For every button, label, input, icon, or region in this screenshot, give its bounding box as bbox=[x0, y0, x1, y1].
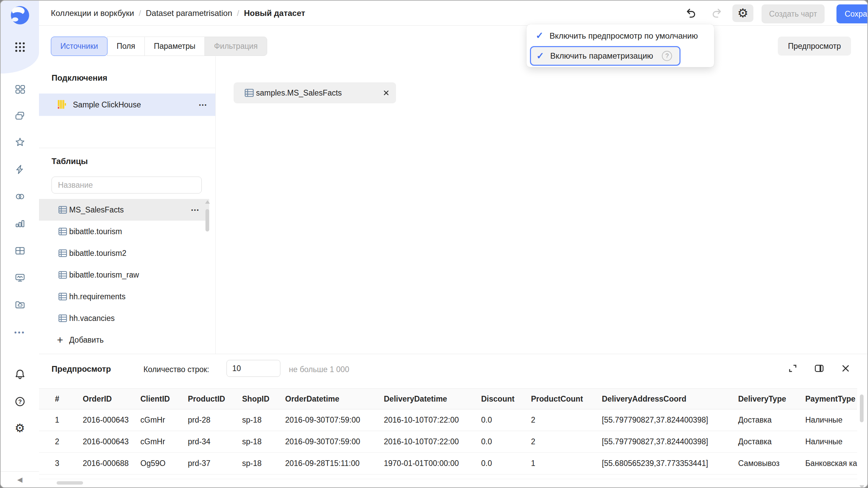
preview-horizontal-scrollbar[interactable] bbox=[39, 479, 857, 487]
tables-title: Таблицы bbox=[52, 157, 88, 166]
create-chart-button[interactable]: Создать чарт bbox=[762, 4, 825, 23]
cell: 3 bbox=[55, 453, 59, 474]
column-header: OrderID bbox=[83, 389, 112, 409]
breadcrumb-collections[interactable]: Коллекции и воркбуки bbox=[51, 8, 134, 18]
table-row: 2 2016-000643 cGmHr prd-34 sp-18 2016-09… bbox=[39, 431, 857, 453]
cell: 2016-000643 bbox=[83, 431, 129, 452]
clickhouse-icon bbox=[56, 99, 67, 110]
cell: [55.797790827,37.824400398] bbox=[602, 431, 708, 452]
cell: Наличные bbox=[805, 409, 843, 431]
cell: sp-18 bbox=[242, 453, 262, 474]
menu-item-label: Включить параметризацию bbox=[550, 51, 653, 61]
svg-text:?: ? bbox=[18, 399, 21, 405]
storage-folder-icon[interactable] bbox=[1, 299, 39, 311]
remove-source-button[interactable] bbox=[382, 88, 391, 97]
check-icon: ✓ bbox=[536, 52, 544, 61]
preview-vertical-scrollbar[interactable] bbox=[859, 389, 865, 488]
menu-item-parametrisation[interactable]: ✓ Включить параметризацию ? bbox=[530, 46, 680, 66]
breadcrumb-workbook[interactable]: Dataset parametrisation bbox=[146, 8, 232, 18]
table-row[interactable]: bibattle.tourism_raw bbox=[39, 264, 209, 286]
tab-fields[interactable]: Поля bbox=[107, 37, 145, 56]
close-preview-button[interactable] bbox=[839, 362, 852, 375]
table-row: 1 2016-000643 cGmHr prd-28 sp-18 2016-09… bbox=[39, 409, 857, 431]
dataset-settings-gear-button[interactable]: ⚙ bbox=[732, 4, 753, 22]
tables-list: MS_SalesFacts ••• bibattle.tourism bibat… bbox=[39, 199, 215, 351]
connections-lightning-icon[interactable] bbox=[1, 163, 39, 176]
more-ellipsis-icon[interactable]: ••• bbox=[1, 327, 39, 338]
cell: Банковская карта bbox=[805, 453, 857, 474]
row-count-input[interactable] bbox=[226, 360, 280, 377]
table-row[interactable]: bibattle.tourism2 bbox=[39, 242, 209, 264]
collapse-rail-button[interactable]: ◀ bbox=[1, 471, 39, 487]
add-table-button[interactable]: + Добавить bbox=[39, 329, 209, 351]
undo-button[interactable] bbox=[683, 4, 700, 22]
collections-icon[interactable] bbox=[1, 110, 39, 122]
preview-panel-title: Предпросмотр bbox=[52, 364, 111, 374]
datalens-logo-icon[interactable] bbox=[1, 5, 39, 26]
cell: cGmHr bbox=[140, 431, 165, 452]
source-chip-label: samples.MS_SalesFacts bbox=[256, 82, 342, 103]
menu-item-label: Включить предпросмотр по умолчанию bbox=[550, 31, 698, 41]
table-name: hh.vacancies bbox=[69, 314, 115, 323]
cell: 2016-09-28T15:11:00 bbox=[285, 453, 360, 474]
help-icon[interactable]: ? bbox=[1, 395, 39, 408]
gear-icon: ⚙ bbox=[737, 7, 748, 19]
preview-panel-actions bbox=[786, 360, 852, 377]
notifications-bell-icon[interactable] bbox=[1, 368, 39, 381]
table-icon bbox=[244, 87, 255, 98]
redo-button[interactable] bbox=[708, 4, 725, 22]
tab-sources[interactable]: Источники bbox=[51, 37, 107, 56]
table-row[interactable]: hh.requirements bbox=[39, 286, 209, 307]
column-header: DeliveryAddressCoord bbox=[602, 389, 686, 409]
favorites-star-icon[interactable] bbox=[1, 136, 39, 148]
charts-icon[interactable] bbox=[1, 218, 39, 230]
table-more-button[interactable]: ••• bbox=[191, 207, 200, 213]
services-grid-icon[interactable] bbox=[1, 83, 39, 95]
expand-preview-button[interactable] bbox=[786, 362, 800, 375]
apps-grid-icon[interactable] bbox=[1, 40, 39, 54]
tables-icon[interactable] bbox=[1, 245, 39, 257]
scroll-up-arrow-icon[interactable] bbox=[205, 200, 210, 204]
tab-parameters[interactable]: Параметры bbox=[144, 37, 205, 56]
table-search-input[interactable] bbox=[52, 177, 202, 194]
scroll-down-arrow-icon[interactable] bbox=[860, 485, 864, 488]
scrollbar-thumb[interactable] bbox=[205, 209, 209, 231]
column-header: ProductID bbox=[188, 389, 225, 409]
connection-more-button[interactable]: ••• bbox=[199, 102, 208, 108]
dock-right-preview-button[interactable] bbox=[812, 362, 826, 375]
table-row[interactable]: hh.vacancies bbox=[39, 307, 209, 329]
add-table-label: Добавить bbox=[69, 336, 104, 345]
preview-panel: Предпросмотр Количество строк: не больше… bbox=[39, 354, 867, 487]
cell: 2 bbox=[531, 409, 535, 431]
settings-gear-icon[interactable]: ⚙ bbox=[1, 422, 39, 434]
table-icon bbox=[58, 291, 68, 302]
scrollbar-thumb[interactable] bbox=[860, 394, 864, 422]
preview-table: # OrderID ClientID ProductID ShopID Orde… bbox=[39, 388, 857, 488]
source-chip-samples-ms-salesfacts[interactable]: samples.MS_SalesFacts bbox=[234, 82, 396, 103]
connection-row-sample-clickhouse[interactable]: Sample ClickHouse ••• bbox=[39, 94, 215, 116]
row-count-hint: не больше 1 000 bbox=[289, 365, 349, 374]
table-row[interactable]: bibattle.tourism bbox=[39, 221, 209, 242]
save-button[interactable]: Сохранить bbox=[836, 4, 868, 23]
dashboards-monitor-icon[interactable] bbox=[1, 272, 39, 284]
table-icon bbox=[58, 248, 68, 258]
cell: 2016-10-10T07:22:00 bbox=[384, 431, 459, 452]
datasets-circles-icon[interactable] bbox=[1, 190, 39, 203]
cell: Доставка bbox=[738, 431, 772, 452]
connections-title: Подключения bbox=[52, 73, 107, 83]
cell: 2016-09-30T07:59:00 bbox=[285, 409, 360, 431]
help-question-icon[interactable]: ? bbox=[662, 51, 672, 61]
table-row-ms-salesfacts[interactable]: MS_SalesFacts ••• bbox=[39, 199, 209, 221]
tab-filtering[interactable]: Фильтрация bbox=[204, 37, 267, 56]
tabs-group: Источники Поля Параметры Фильтрация bbox=[51, 37, 267, 56]
column-header: DeliveryDatetime bbox=[384, 389, 447, 409]
cell: sp-18 bbox=[242, 409, 262, 431]
cell: 2016-09-30T07:59:00 bbox=[285, 431, 360, 452]
cell: 2016-000688 bbox=[83, 453, 129, 474]
cell: Og59O bbox=[140, 453, 165, 474]
preview-toggle-button[interactable]: Предпросмотр bbox=[778, 37, 851, 56]
table-name: bibattle.tourism bbox=[69, 227, 122, 236]
scrollbar-thumb[interactable] bbox=[57, 481, 83, 485]
cell: 1 bbox=[531, 453, 535, 474]
menu-item-default-preview[interactable]: ✓ Включить предпросмотр по умолчанию bbox=[527, 26, 714, 45]
